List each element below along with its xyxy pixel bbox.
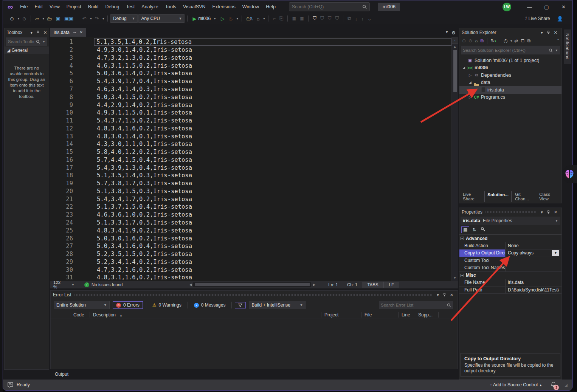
maximize-button[interactable]: ▢ bbox=[538, 0, 555, 13]
code-line[interactable]: 28 5.2,3.5,1.5,0.2,Iris-setosa bbox=[50, 250, 451, 258]
tab-list-chevron-icon[interactable]: ▼ bbox=[445, 30, 448, 36]
code-line[interactable]: 5 5.0,3.6,1.4,0.2,Iris-setosa bbox=[50, 70, 451, 77]
new-item-icon[interactable]: ▱ bbox=[34, 15, 40, 22]
expander-icon[interactable] bbox=[467, 81, 473, 84]
code-line[interactable]: 21 5.4,3.4,1.7,0.2,Iris-setosa bbox=[50, 195, 451, 203]
gear-icon[interactable]: ⚙ bbox=[451, 30, 456, 36]
switch-views-icon[interactable]: ⧉ bbox=[479, 37, 485, 44]
show-all-files-icon[interactable]: ⧉ bbox=[526, 37, 532, 44]
close-icon[interactable]: ✕ bbox=[448, 293, 455, 297]
code-line[interactable]: 11 5.4,3.7,1.5,0.2,Iris-setosa bbox=[50, 117, 451, 125]
tree-item[interactable]: data bbox=[459, 79, 561, 87]
solution-explorer-search[interactable]: ▼ bbox=[461, 46, 560, 54]
splitter-handle-icon[interactable]: ⫠ bbox=[452, 37, 458, 44]
code-line[interactable]: 30 4.7,3.2,1.6,0.2,Iris-setosa bbox=[50, 266, 451, 274]
move-up-icon[interactable]: ↑ bbox=[360, 15, 365, 22]
toolbox-section-general[interactable]: ◢ General bbox=[5, 46, 49, 54]
chevron-down-icon[interactable]: ▾ bbox=[539, 30, 545, 35]
collapse-box-icon[interactable]: − bbox=[461, 237, 464, 240]
menu-item[interactable]: Test bbox=[123, 3, 138, 11]
property-row[interactable]: Full Path D:\BaiduSyncdisk\11Test\▼ bbox=[459, 287, 561, 294]
menu-item[interactable]: Build bbox=[85, 3, 102, 11]
tree-item[interactable]: Program.cs bbox=[459, 94, 561, 101]
quick-search[interactable] bbox=[289, 2, 370, 11]
property-value[interactable]: iris.data▼ bbox=[506, 279, 561, 286]
column-header[interactable]: Supp... bbox=[415, 312, 439, 318]
property-value[interactable]: D:\BaiduSyncdisk\11Test\▼ bbox=[506, 287, 561, 294]
resize-grip[interactable]: ◢ bbox=[565, 383, 568, 387]
column-header[interactable]: Line bbox=[399, 312, 415, 318]
menu-item[interactable]: Edit bbox=[31, 3, 46, 11]
tree-item[interactable]: Dependencies bbox=[459, 71, 561, 79]
code-line[interactable]: 12 4.8,3.4,1.6,0.2,Iris-setosa bbox=[50, 124, 451, 132]
code-line[interactable]: 16 5.7,4.4,1.5,0.4,Iris-setosa bbox=[50, 156, 451, 164]
undo-icon[interactable]: ↶ bbox=[81, 15, 88, 22]
tool-tab[interactable]: Git Chan... bbox=[512, 191, 536, 202]
bookmark-next-icon[interactable]: ⛉ bbox=[326, 15, 333, 22]
column-header[interactable]: Project bbox=[321, 312, 361, 318]
notifications-tab[interactable]: Notifications bbox=[564, 29, 571, 64]
code-line[interactable]: 17 5.4,3.9,1.3,0.4,Iris-setosa bbox=[50, 164, 451, 172]
solution-explorer-search-input[interactable] bbox=[463, 48, 547, 53]
scroll-left-icon[interactable]: ◀ bbox=[188, 283, 193, 287]
hot-reload-icon[interactable]: ♨ bbox=[227, 15, 234, 22]
code-line[interactable]: 14 4.3,3.0,1.1,0.1,Iris-setosa bbox=[50, 140, 451, 148]
scrollbar-thumb[interactable] bbox=[453, 50, 457, 92]
warnings-filter-button[interactable]: ⚠0 Warnings bbox=[149, 302, 185, 308]
move-down-icon[interactable]: ↓ bbox=[354, 15, 359, 22]
categorized-view-icon[interactable]: ▦ bbox=[461, 226, 469, 233]
tab-output[interactable]: Output bbox=[55, 372, 68, 377]
tree-item[interactable]: ml006 bbox=[459, 64, 561, 72]
close-icon[interactable]: ✕ bbox=[552, 210, 559, 215]
code-line[interactable]: 6 5.4,3.9,1.7,0.4,Iris-setosa bbox=[50, 77, 451, 85]
menu-item[interactable]: Analyze bbox=[138, 3, 161, 11]
menu-item[interactable]: Tools bbox=[162, 3, 180, 11]
ai-assistant-overlay[interactable] bbox=[562, 165, 577, 183]
redo-icon[interactable]: ↷ bbox=[93, 15, 100, 22]
live-share-button[interactable]: ⤴ Live Share bbox=[525, 16, 550, 21]
attach-icon[interactable]: ⌐ bbox=[271, 15, 277, 22]
toolbox-search[interactable]: ▼ bbox=[6, 37, 47, 46]
expander-icon[interactable] bbox=[461, 66, 467, 70]
code-line[interactable]: 15 5.8,4.0,1.2,0.2,Iris-setosa bbox=[50, 148, 451, 156]
close-icon[interactable]: ✕ bbox=[42, 30, 49, 35]
column-header[interactable] bbox=[51, 312, 70, 318]
column-header[interactable]: Code bbox=[70, 312, 90, 318]
column-header[interactable]: File bbox=[361, 312, 399, 318]
code-line[interactable]: 8 5.0,3.4,1.5,0.2,Iris-setosa bbox=[50, 93, 451, 101]
code-line[interactable]: 1 5.1,3.5,1.4,0.2,Iris-setosa bbox=[50, 38, 451, 46]
property-value[interactable]: ▼ bbox=[506, 257, 561, 264]
toolbox-search-input[interactable] bbox=[8, 39, 34, 44]
pin-icon[interactable] bbox=[34, 31, 42, 34]
bookmark-previous-icon[interactable]: ⛉ bbox=[319, 15, 326, 22]
code-line[interactable]: 7 4.6,3.4,1.4,0.3,Iris-setosa bbox=[50, 85, 451, 93]
property-row[interactable]: Custom Tool Namesp ▼ bbox=[459, 264, 561, 272]
property-pages-icon[interactable] bbox=[479, 226, 487, 233]
scroll-right-icon[interactable]: ▶ bbox=[311, 283, 317, 287]
solution-platform-combo[interactable]: Any CPU▼ bbox=[138, 14, 185, 23]
alphabetical-sort-icon[interactable]: ⇅ bbox=[471, 227, 478, 233]
chevron-down-icon[interactable]: ▾ bbox=[28, 30, 34, 35]
close-icon[interactable]: ✕ bbox=[79, 30, 82, 34]
pin-icon[interactable]: ⊸ bbox=[73, 30, 76, 34]
code-line[interactable]: 25 4.8,3.4,1.9,0.2,Iris-setosa bbox=[50, 226, 451, 234]
property-row[interactable]: − Advanced bbox=[459, 235, 561, 242]
save-icon[interactable]: ▣ bbox=[54, 15, 62, 22]
code-line[interactable]: 9 4.4,2.9,1.4,0.2,Iris-setosa bbox=[50, 101, 451, 109]
navigate-forward-icon[interactable]: ⊙ bbox=[21, 15, 28, 22]
tool-tab[interactable]: Class View bbox=[537, 191, 561, 202]
column-indicator[interactable]: Ch: 1 bbox=[343, 282, 362, 287]
property-value[interactable]: Copy always▼ bbox=[506, 249, 561, 257]
tree-item[interactable]: Solution 'ml006' (1 of 1 project) bbox=[459, 57, 561, 64]
pin-icon[interactable] bbox=[545, 31, 552, 34]
user-avatar[interactable]: LW bbox=[503, 3, 511, 11]
notifications-bell-button[interactable]: 3 bbox=[551, 381, 556, 389]
code-line[interactable]: 26 5.0,3.0,1.6,0.2,Iris-setosa bbox=[50, 234, 451, 242]
expander-icon[interactable] bbox=[467, 73, 473, 77]
tab-iris-data[interactable]: iris.data ⊸ ✕ bbox=[50, 28, 86, 37]
sync-icon[interactable]: ↻● bbox=[490, 37, 498, 44]
property-value[interactable]: None▼ bbox=[506, 242, 561, 249]
messages-filter-button[interactable]: i0 Messages bbox=[191, 302, 229, 308]
code-line[interactable]: 23 4.6,3.6,1.0,0.2,Iris-setosa bbox=[50, 211, 451, 219]
property-row[interactable]: Build Action None▼ bbox=[459, 242, 561, 250]
